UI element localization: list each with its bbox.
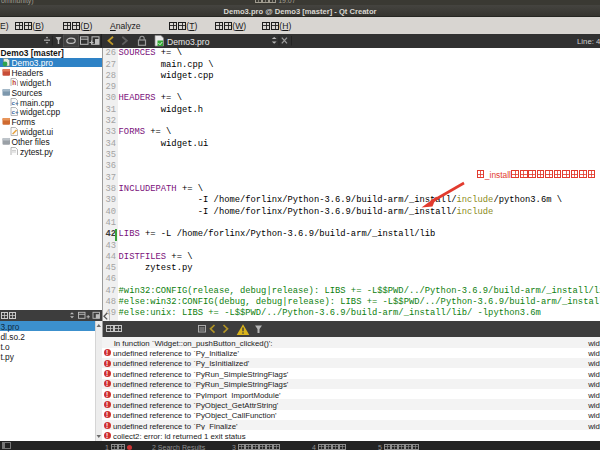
svg-text:c+: c+ [12, 110, 19, 116]
svg-text:h: h [12, 79, 16, 86]
svg-text:c+: c+ [12, 100, 19, 106]
